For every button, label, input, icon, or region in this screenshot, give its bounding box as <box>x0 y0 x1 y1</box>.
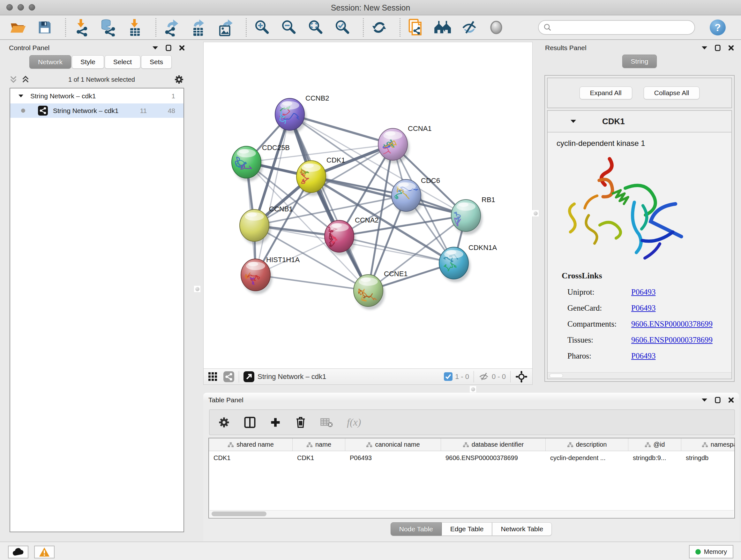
view-mode-button[interactable] <box>487 18 505 37</box>
tab-network-table[interactable]: Network Table <box>492 522 552 536</box>
tab-string[interactable]: String <box>622 55 657 68</box>
network-edge-CCNB2-HIST1H1A[interactable] <box>256 114 290 275</box>
refresh-layout-button[interactable] <box>370 18 388 37</box>
panel-close-icon[interactable] <box>728 397 734 403</box>
column-header-database-identifier[interactable]: database identifier <box>441 438 546 451</box>
delete-trash-icon[interactable] <box>295 416 306 429</box>
open-in-window-icon[interactable] <box>244 371 254 382</box>
crosslink-link[interactable]: P06493 <box>631 352 656 361</box>
zoom-fit-button[interactable] <box>307 18 325 37</box>
column-header-namespace[interactable]: namespace <box>681 438 735 451</box>
help-button[interactable]: ? <box>710 19 726 36</box>
column-header-shared-name[interactable]: shared name <box>209 438 293 451</box>
table-cell[interactable]: stringdb:9... <box>628 451 681 464</box>
panel-collapse-icon[interactable] <box>702 46 707 50</box>
network-node-CDK1[interactable] <box>296 161 328 196</box>
tab-select[interactable]: Select <box>105 55 140 69</box>
node-details-header[interactable]: CDK1 <box>548 111 731 132</box>
expand-all-button[interactable]: Expand All <box>580 86 632 99</box>
string-panel-icon[interactable] <box>223 371 234 382</box>
export-image-button[interactable] <box>216 18 234 37</box>
gear-icon[interactable] <box>174 74 184 84</box>
tab-node-table[interactable]: Node Table <box>391 522 442 536</box>
network-node-CCNA1[interactable] <box>378 128 409 164</box>
network-node-CDC25B[interactable] <box>232 146 263 181</box>
network-node-CDKN1A[interactable] <box>439 247 470 282</box>
export-table-button[interactable] <box>190 18 207 37</box>
expand-all-tree-icon[interactable] <box>10 75 17 84</box>
export-network-button[interactable] <box>163 18 181 37</box>
search-input[interactable] <box>552 21 690 34</box>
tree-expand-icon[interactable] <box>18 95 23 98</box>
panel-close-icon[interactable] <box>728 45 734 51</box>
table-row[interactable]: CDK1CDK1P064939606.ENSP00000378699cyclin… <box>209 451 734 464</box>
zoom-out-button[interactable] <box>280 18 298 37</box>
network-canvas[interactable]: CCNB2CCNA1CDC25BCDK1CDC6RB1CCNB1CCNA2CDK… <box>203 42 533 369</box>
network-row-selected[interactable]: String Network – cdk1 11 48 <box>10 104 184 118</box>
panel-float-icon[interactable] <box>165 45 172 51</box>
column-header-description[interactable]: description <box>546 438 628 451</box>
table-cell[interactable]: CDK1 <box>209 451 293 464</box>
left-splitter-handle[interactable] <box>194 286 200 292</box>
panel-float-icon[interactable] <box>715 45 721 51</box>
network-collection-row[interactable]: String Network – cdk1 1 <box>10 88 184 104</box>
save-session-button[interactable] <box>36 18 54 37</box>
crosslink-link[interactable]: P06493 <box>631 288 656 297</box>
network-node-CCNB2[interactable] <box>275 98 307 133</box>
panel-collapse-icon[interactable] <box>152 46 158 50</box>
import-network-file-button[interactable] <box>72 18 90 37</box>
table-hscrollbar[interactable] <box>210 510 734 517</box>
add-column-icon[interactable] <box>270 417 281 428</box>
pan-crosshair-icon[interactable] <box>515 370 528 383</box>
birds-eye-grid-icon[interactable] <box>208 372 218 381</box>
right-splitter-handle[interactable] <box>532 210 539 216</box>
table-cell[interactable]: CDK1 <box>293 451 345 464</box>
column-header-name[interactable]: name <box>293 438 345 451</box>
crosslink-link[interactable]: 9606.ENSP00000378699 <box>631 320 713 328</box>
table-settings-gear-icon[interactable] <box>218 416 230 428</box>
memory-button[interactable]: Memory <box>689 545 733 558</box>
network-edge-HIST1H1A-CCNE1[interactable] <box>256 275 368 291</box>
network-node-HIST1H1A[interactable] <box>241 259 272 294</box>
panel-collapse-icon[interactable] <box>702 398 707 401</box>
entry-collapse-icon[interactable] <box>570 120 576 123</box>
string-home-button[interactable] <box>434 18 452 37</box>
open-session-button[interactable] <box>9 18 27 37</box>
hide-unhide-button[interactable] <box>461 18 478 37</box>
warnings-button[interactable] <box>34 546 55 558</box>
table-cell[interactable]: cyclin-dependent ... <box>546 451 628 464</box>
zoom-in-button[interactable] <box>253 18 271 37</box>
column-header-canonical-name[interactable]: canonical name <box>345 438 441 451</box>
panel-close-icon[interactable] <box>179 45 185 51</box>
hierarchy-icon <box>567 442 574 448</box>
crosslinks-title: CrossLinks <box>562 271 731 281</box>
bottom-splitter-handle[interactable] <box>470 386 476 392</box>
crosslink-link[interactable]: P06493 <box>631 304 656 313</box>
network-node-CCNE1[interactable] <box>354 274 385 310</box>
hidden-eye-slash-icon[interactable] <box>478 372 489 381</box>
collapse-all-tree-icon[interactable] <box>22 75 29 84</box>
tab-style[interactable]: Style <box>72 55 104 69</box>
tab-network[interactable]: Network <box>29 55 71 69</box>
table-cell[interactable]: stringdb <box>681 451 735 464</box>
zoom-selected-button[interactable] <box>333 18 351 37</box>
cloud-button[interactable] <box>8 546 28 558</box>
crosslink-link[interactable]: 9606.ENSP00000378699 <box>631 335 713 345</box>
network-view-title: String Network – cdk1 <box>258 373 326 381</box>
panel-float-icon[interactable] <box>715 397 721 403</box>
results-hscrollbar[interactable] <box>548 372 731 379</box>
import-network-database-button[interactable] <box>99 18 117 37</box>
tab-edge-table[interactable]: Edge Table <box>442 522 492 536</box>
show-columns-icon[interactable] <box>244 416 256 428</box>
column-header--id[interactable]: @id <box>628 438 681 451</box>
table-cell[interactable]: P06493 <box>345 451 441 464</box>
network-node-RB1[interactable] <box>451 199 482 235</box>
network-edge-CCNA2-CDKN1A[interactable] <box>339 236 454 263</box>
collapse-all-button[interactable]: Collapse All <box>644 86 700 99</box>
network-node-CDC6[interactable] <box>392 179 423 214</box>
selected-checkbox-icon[interactable] <box>444 372 453 381</box>
table-cell[interactable]: 9606.ENSP00000378699 <box>441 451 546 464</box>
tab-sets[interactable]: Sets <box>141 55 172 69</box>
import-table-button[interactable] <box>126 18 144 37</box>
clone-network-button[interactable] <box>407 18 425 37</box>
